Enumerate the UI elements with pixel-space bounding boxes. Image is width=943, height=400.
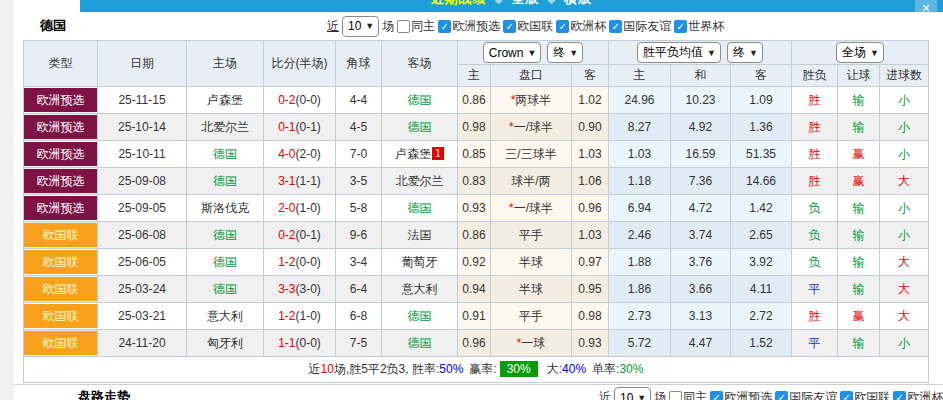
wdl-result: 负: [809, 228, 821, 242]
cell-eu-home-odds: 2.46: [609, 222, 671, 249]
cell-wdl-result: 负: [792, 222, 838, 249]
cell-eu-away-odds: 2.72: [731, 303, 792, 330]
cell-handicap: 平手: [491, 303, 572, 330]
cell-ah-home-odds: 0.91: [458, 303, 491, 330]
full-version-link[interactable]: 全版: [512, 0, 540, 6]
euro-final-select[interactable]: 终▼: [727, 42, 763, 63]
away-team-link[interactable]: 法国: [408, 228, 432, 242]
checkbox-league-0[interactable]: ✓: [710, 391, 723, 400]
chevron-down-icon: ▼: [365, 21, 374, 31]
chevron-down-icon: ▼: [569, 48, 578, 58]
cell-eu-draw-odds: 4.72: [671, 195, 731, 222]
home-team-link[interactable]: 德国: [213, 174, 237, 188]
away-team-link[interactable]: 德国: [408, 93, 432, 107]
cell-ah-home-odds: 0.86: [458, 87, 491, 114]
wdl-result: 胜: [809, 174, 821, 188]
home-team-link[interactable]: 德国: [213, 228, 237, 242]
home-team-link[interactable]: 意大利: [207, 309, 243, 323]
wdl-result: 平: [809, 336, 821, 350]
page-left-gutter: [0, 0, 14, 400]
separator-icon: ◆: [495, 0, 504, 5]
checkbox-same-home[interactable]: [669, 391, 682, 400]
cell-home-team: 德国: [187, 222, 264, 249]
table-row: 欧洲预选 25-11-15 卢森堡 0-2(0-0) 4-4 德国 0.86 *…: [24, 87, 929, 114]
euro-mean-select[interactable]: 胜平负均值▼: [637, 42, 721, 63]
checkbox-league-0[interactable]: ✓: [438, 20, 451, 33]
cell-ah-result: 输: [838, 195, 880, 222]
cell-wdl-result: 平: [792, 276, 838, 303]
cell-corners: 3-4: [336, 249, 382, 276]
cell-eu-home-odds: 1.86: [609, 276, 671, 303]
home-team-link[interactable]: 匈牙利: [207, 336, 243, 350]
cell-score: 1-2(0-0): [264, 249, 336, 276]
checkbox-same-home[interactable]: [397, 20, 410, 33]
home-team-link[interactable]: 德国: [213, 282, 237, 296]
cell-eu-away-odds: 14.66: [731, 168, 792, 195]
goals-result: 小: [898, 93, 910, 107]
fulltime-score: 0-2: [278, 93, 295, 107]
scope-select[interactable]: 全场▼: [836, 42, 884, 63]
cell-away-team: 德国: [382, 195, 458, 222]
halftime-score: (0-1): [296, 228, 321, 242]
checkbox-league-4[interactable]: ✓: [674, 20, 687, 33]
checkbox-league-2[interactable]: ✓: [556, 20, 569, 33]
recent-count-select[interactable]: 10▼: [342, 16, 379, 37]
league-filter-2: ✓ 欧国联: [840, 389, 890, 400]
league-filter-3: ✓ 国际友谊: [609, 18, 671, 35]
ah-result: 输: [853, 228, 865, 242]
cell-ah-result: 输: [838, 330, 880, 357]
cell-score: 3-1(1-1): [264, 168, 336, 195]
recent-count-select[interactable]: 10▼: [614, 387, 651, 400]
col-header-date: 日期: [98, 41, 187, 87]
halftime-score: (0-1): [296, 120, 321, 134]
home-team-link[interactable]: 德国: [213, 255, 237, 269]
team-name-title: 德国: [40, 12, 66, 40]
home-team-link[interactable]: 卢森堡: [207, 93, 243, 107]
ah-final-select[interactable]: 终▼: [547, 42, 583, 63]
halftime-score: (2-0): [296, 147, 321, 161]
close-icon[interactable]: ×: [915, 0, 937, 12]
cell-eu-home-odds: 8.27: [609, 114, 671, 141]
cell-goals-result: 大: [880, 303, 929, 330]
same-home-filter: 同主: [669, 389, 707, 400]
cell-score: 3-3(3-0): [264, 276, 336, 303]
table-row: 欧洲预选 25-09-08 德国 3-1(1-1) 3-5 北爱尔兰 0.83 …: [24, 168, 929, 195]
away-team-link[interactable]: 北爱尔兰: [396, 174, 444, 188]
away-team-link[interactable]: 意大利: [402, 282, 438, 296]
col-header-goals: 进球数: [880, 65, 929, 87]
checkbox-league-2[interactable]: ✓: [840, 391, 853, 400]
away-team-link[interactable]: 德国: [408, 201, 432, 215]
goals-result: 大: [898, 174, 910, 188]
checkbox-league-3[interactable]: ✓: [609, 20, 622, 33]
home-team-link[interactable]: 斯洛伐克: [201, 201, 249, 215]
cell-match-type: 欧洲预选: [24, 195, 98, 222]
bookmaker-select[interactable]: Crown▼: [483, 42, 542, 63]
cell-wdl-result: 负: [792, 195, 838, 222]
fulltime-score: 3-1: [278, 174, 295, 188]
away-team-link[interactable]: 葡萄牙: [402, 255, 438, 269]
cell-handicap: 平手: [491, 222, 572, 249]
checkbox-league-1[interactable]: ✓: [503, 20, 516, 33]
handicap-text: 两球半: [515, 93, 551, 107]
handicap-text: 一/球半: [514, 201, 553, 215]
cell-corners: 9-6: [336, 222, 382, 249]
cell-score: 4-0(2-0): [264, 141, 336, 168]
away-team-link[interactable]: 德国: [408, 309, 432, 323]
away-team-link[interactable]: 德国: [408, 120, 432, 134]
col-header-ah-away: 客: [572, 65, 609, 87]
horizontal-version-link[interactable]: 横版: [564, 0, 592, 6]
away-team-link[interactable]: 德国: [408, 336, 432, 350]
cell-eu-draw-odds: 3.66: [671, 276, 731, 303]
recent-link[interactable]: 近: [599, 389, 611, 400]
cell-handicap: 半球: [491, 249, 572, 276]
home-team-link[interactable]: 北爱尔兰: [201, 120, 249, 134]
checkbox-league-1[interactable]: ✓: [775, 391, 788, 400]
checkbox-league-3[interactable]: ✓: [893, 391, 906, 400]
league-type-badge: 欧洲预选: [24, 196, 97, 220]
home-team-link[interactable]: 德国: [213, 147, 237, 161]
away-team-link[interactable]: 卢森堡: [395, 147, 431, 161]
cell-ah-result: 输: [838, 249, 880, 276]
summary-row: 近10场,胜5平2负3, 胜率:50%赢率:30%大:40%单率:30%: [24, 357, 929, 383]
recent-link[interactable]: 近: [327, 18, 339, 35]
cell-wdl-result: 负: [792, 249, 838, 276]
